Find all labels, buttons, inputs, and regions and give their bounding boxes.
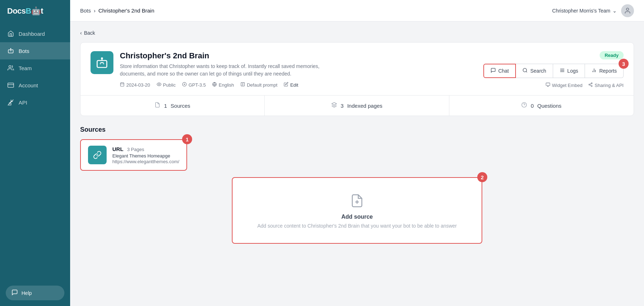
sidebar-item-account[interactable]: Account [0,77,70,94]
source-item[interactable]: URL 3 Pages Elegant Themes Homeapge http… [80,139,187,171]
home-icon [7,30,14,37]
file-icon [155,102,160,109]
help-label: Help [21,290,32,296]
breadcrumb-root[interactable]: Bots [80,8,91,14]
help-button[interactable]: Help [6,286,64,300]
sidebar-item-api[interactable]: API [0,94,70,111]
meta-edit[interactable]: Edit [284,82,298,88]
meta-visibility: Public [157,82,176,88]
callout-badge-source: 1 [182,134,192,144]
chevron-down-icon: ⌄ [613,8,617,14]
meta-model: GPT-3.5 [182,82,206,88]
sidebar-item-label: API [19,99,27,106]
add-source-title: Add source [341,214,373,220]
stat-questions-count: 0 [531,103,533,109]
bot-icon [7,47,14,54]
stat-indexed-label: Indexed pages [347,103,382,109]
svg-point-8 [102,58,103,59]
stat-sources-label: Sources [171,103,190,109]
breadcrumb-current: Christopher's 2nd Brain [98,8,154,14]
actions-area: 3 Chat [483,64,624,78]
callout-badge-chat: 3 [619,59,629,69]
svg-rect-3 [8,83,14,87]
prompt-value: Default prompt [247,82,277,88]
svg-rect-31 [546,83,550,86]
sidebar: DocsB🤖t Dashboard Bots Team Account [0,0,70,306]
bot-description: Store information that Christopher wants… [120,63,342,78]
language-value: English [219,82,234,88]
widget-embed-link[interactable]: Widget Embed [546,82,582,88]
share-icon [588,82,593,88]
bot-info: Christopher's 2nd Brain Store informatio… [91,51,342,88]
team-selector[interactable]: Christopher Morris's Team ⌄ [552,8,617,14]
language-icon [212,82,217,88]
stat-questions[interactable]: 0 Questions [449,96,634,116]
sidebar-item-label: Account [19,82,38,88]
add-source-box[interactable]: Add source Add source content to Christo… [232,177,482,244]
sources-section: Sources 1 URL 3 Pages Elegant Themes Hom… [80,126,634,244]
prompt-icon [240,82,245,88]
source-link-icon [88,146,107,164]
logs-icon [560,68,565,74]
source-name: Elegant Themes Homeapge [112,153,179,159]
svg-point-35 [589,84,590,85]
breadcrumb: Bots › Christopher's 2nd Brain [80,8,154,14]
date-value: 2024-03-20 [126,82,150,88]
meta-prompt: Default prompt [240,82,277,88]
back-label: Back [84,30,95,36]
stat-indexed[interactable]: 3 Indexed pages [265,96,449,116]
sharing-api-link[interactable]: Sharing & API [588,82,624,88]
sidebar-item-dashboard[interactable]: Dashboard [0,25,70,42]
sidebar-item-label: Team [19,65,32,71]
add-file-icon [348,192,366,209]
breadcrumb-separator: › [94,8,96,14]
svg-point-36 [591,86,592,87]
question-icon [521,102,527,109]
bot-name: Christopher's 2nd Brain [120,51,342,60]
stat-sources[interactable]: 1 Sources [80,96,265,116]
search-button[interactable]: Search [516,64,553,78]
svg-point-2 [9,65,11,68]
svg-point-23 [523,68,527,72]
edit-label[interactable]: Edit [290,82,298,88]
search-icon [522,68,528,74]
source-item-wrapper: 1 URL 3 Pages Elegant Themes Homeapge ht… [80,139,187,171]
stat-questions-label: Questions [537,103,562,109]
topbar-right: Christopher Morris's Team ⌄ [552,4,634,17]
logs-button[interactable]: Logs [553,64,585,78]
sidebar-item-team[interactable]: Team [0,59,70,77]
api-icon [7,99,14,106]
reports-icon [591,68,597,74]
sidebar-item-bots[interactable]: Bots [0,42,70,59]
model-value: GPT-3.5 [189,82,206,88]
back-button[interactable]: ‹ Back [80,30,634,36]
layers-icon [331,102,337,109]
svg-point-15 [158,84,159,85]
add-source-description: Add source content to Christopher's 2nd … [257,223,457,229]
sidebar-item-label: Bots [19,48,29,54]
reports-button[interactable]: Reports [585,64,624,78]
calendar-icon [120,82,125,88]
bot-header: Christopher's 2nd Brain Store informatio… [80,43,634,88]
team-name: Christopher Morris's Team [552,8,610,14]
stat-sources-count: 1 [164,103,167,109]
chat-button[interactable]: Chat [483,64,516,78]
sharing-api-label: Sharing & API [595,83,624,88]
main-content: Bots › Christopher's 2nd Brain Christoph… [70,0,644,306]
chat-label: Chat [498,68,509,74]
svg-line-24 [526,71,527,72]
logs-label: Logs [567,68,578,74]
bot-header-right: Ready 3 Chat [483,51,624,88]
avatar[interactable] [621,4,634,17]
widget-icon [546,82,550,88]
meta-date: 2024-03-20 [120,82,150,88]
widget-embed-label: Widget Embed [552,83,582,88]
svg-point-10 [103,63,104,64]
bot-card: Christopher's 2nd Brain Store informatio… [80,42,634,116]
page-content: ‹ Back Christoph [70,21,644,306]
svg-rect-7 [97,60,107,68]
account-icon [7,82,14,89]
bot-details: Christopher's 2nd Brain Store informatio… [120,51,342,88]
svg-line-37 [590,85,591,86]
svg-point-34 [591,83,592,84]
